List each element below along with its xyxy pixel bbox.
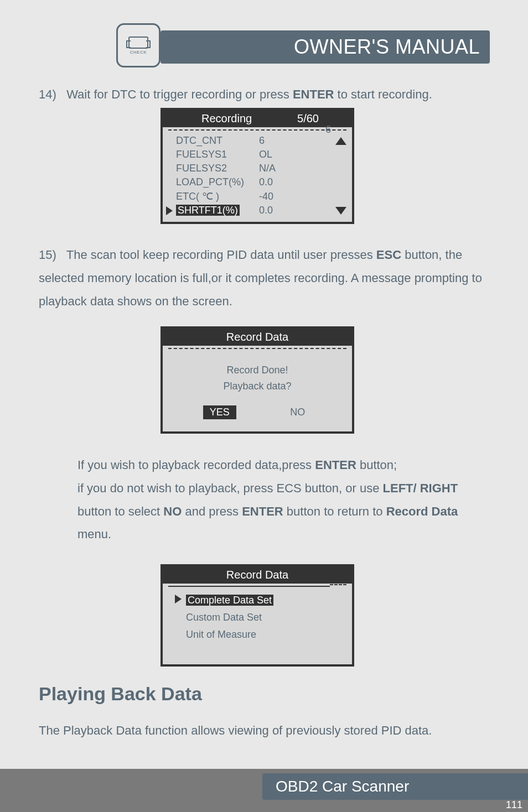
- scroll-up-icon: [335, 137, 346, 145]
- step-14-text-before: Wait for DTC to trigger recording or pre…: [66, 87, 293, 101]
- screen-recording-titlebar: Recording 5/60: [163, 110, 352, 127]
- scroll-down-icon: [335, 207, 346, 215]
- table-row: FUELSYS2 N/A: [163, 162, 352, 175]
- pid-value: 0.0: [259, 205, 273, 216]
- page: OWNER'S MANUAL CHECK 14) Wait for DTC to…: [0, 0, 528, 812]
- section-heading: Playing Back Data: [39, 683, 202, 705]
- menu-item: Custom Data Set: [176, 610, 339, 626]
- footer-text: OBD2 Car Scanner: [276, 778, 409, 795]
- table-row: FUELSYS1 OL: [163, 148, 352, 162]
- menu-item-label: Custom Data Set: [186, 612, 262, 623]
- step-14-text-after: to start recording.: [334, 87, 432, 101]
- cursor-icon: [166, 206, 173, 215]
- playback-instructions: If you wish to playback recorded data,pr…: [77, 454, 490, 546]
- cursor-icon: [175, 595, 182, 603]
- screen-record-data-title: Record Data: [226, 569, 288, 581]
- pid-label: ETC( ℃ ): [176, 190, 259, 202]
- pid-value: 0.0: [259, 176, 273, 188]
- footer-bar: OBD2 Car Scanner 111: [0, 769, 528, 812]
- pid-value: -40: [259, 191, 273, 202]
- logo-icon: CHECK: [116, 23, 161, 67]
- pid-value: N/A: [259, 163, 276, 174]
- screen-record-done-titlebar: Record Data: [163, 329, 352, 346]
- header-title: OWNER'S MANUAL: [294, 35, 480, 59]
- table-row: DTC_CNT 6: [163, 134, 352, 148]
- pid-label: FUELSYS1: [176, 149, 259, 160]
- pid-label: SHRTFT1(%): [176, 205, 240, 216]
- table-row: SHRTFT1(%) 0.0: [163, 204, 352, 217]
- logo-text: CHECK: [130, 50, 147, 55]
- screen-recording-counter: 5/60: [297, 112, 346, 125]
- pid-value: OL: [259, 149, 272, 160]
- menu-item: Unit of Measure: [176, 627, 339, 643]
- footer-badge: OBD2 Car Scanner: [262, 773, 528, 800]
- pid-label: DTC_CNT: [176, 135, 259, 147]
- pid-label: LOAD_PCT(%): [176, 176, 259, 188]
- step-15-text1: The scan tool keep recording PID data un…: [66, 248, 376, 262]
- record-done-msg2: Playback data?: [163, 378, 352, 394]
- engine-icon: [128, 37, 148, 49]
- screen-record-data-menu: Record Data Complete Data Set Custom Dat…: [161, 564, 354, 667]
- yes-option: YES: [203, 405, 236, 419]
- table-row: ETC( ℃ ) -40: [163, 189, 352, 204]
- step-15: 15) The scan tool keep recording PID dat…: [39, 243, 490, 313]
- step-14-bold: ENTER: [293, 87, 334, 101]
- screen-record-data-titlebar: Record Data: [163, 566, 352, 584]
- step-15-num: 15): [39, 248, 56, 262]
- menu-item: Complete Data Set: [176, 592, 339, 608]
- table-row: LOAD_PCT(%) 0.0: [163, 175, 352, 189]
- header-bar: OWNER'S MANUAL: [161, 30, 490, 64]
- screen-record-done-title: Record Data: [226, 331, 288, 343]
- no-option: NO: [283, 405, 312, 419]
- menu-item-label: Complete Data Set: [186, 595, 273, 606]
- screen-recording-title: Recording: [168, 112, 252, 125]
- screen-record-done: Record Data Record Done! Playback data? …: [161, 326, 354, 434]
- pid-label: FUELSYS2: [176, 163, 259, 174]
- record-done-msg1: Record Done!: [163, 362, 352, 378]
- menu-item-label: Unit of Measure: [186, 629, 256, 640]
- pid-value: 6: [259, 135, 265, 147]
- step-14-num: 14): [39, 87, 56, 101]
- screen-recording: Recording 5/60 6 DTC_CNT 6 FUELSYS1 OL F…: [161, 108, 354, 224]
- playback-description: The Playback Data function allows viewin…: [39, 719, 490, 742]
- step-15-bold1: ESC: [376, 248, 401, 262]
- step-14: 14) Wait for DTC to trigger recording or…: [39, 83, 490, 106]
- page-number: 111: [506, 799, 522, 811]
